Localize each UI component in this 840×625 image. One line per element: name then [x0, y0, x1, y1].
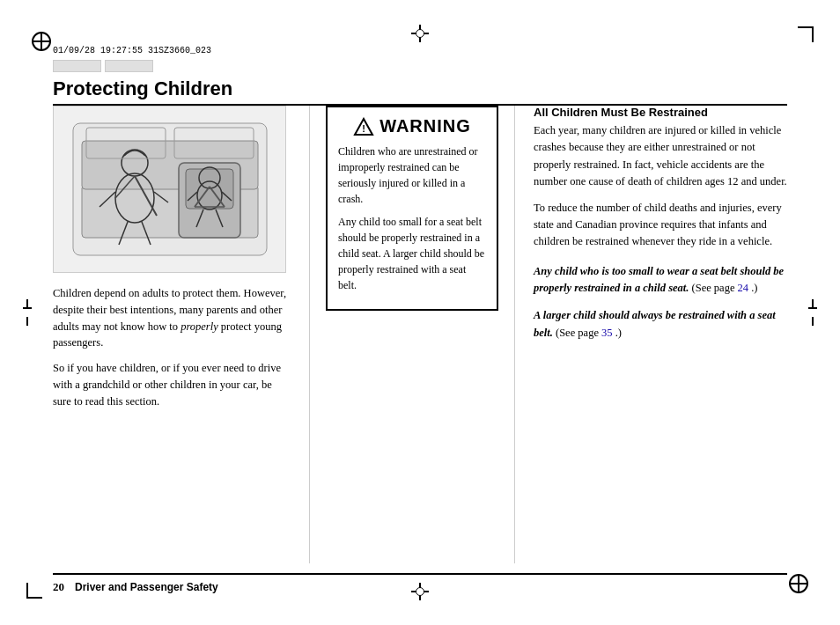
corner-mark-top-right: [798, 26, 814, 42]
meta-timestamp: 01/09/28 19:27:55 31SZ3660_023: [53, 46, 211, 55]
right-para-2: To reduce the number of child deaths and…: [534, 200, 787, 251]
page-title-area: Protecting Children: [53, 77, 787, 106]
page-title: Protecting Children: [53, 77, 232, 99]
footer-section-title: Driver and Passenger Safety: [75, 581, 218, 593]
warning-para-2: Any child too small for a seat belt shou…: [338, 214, 486, 293]
illustration-box: [53, 106, 286, 273]
callout-2-close: .): [615, 327, 622, 339]
column-divider-left: [309, 106, 310, 563]
color-bar-1: [53, 60, 101, 72]
middle-column: ! WARNING Children who are unrestrained …: [315, 106, 509, 563]
warning-text-block: Children who are unrestrained or imprope…: [338, 143, 486, 293]
callout-2-link[interactable]: 35: [601, 327, 613, 339]
warning-box: ! WARNING Children who are unrestrained …: [326, 106, 498, 311]
column-divider-right: [514, 106, 515, 563]
callout-2-see: (See page: [556, 327, 599, 339]
registration-mark-top-left: [32, 32, 51, 51]
callout-1-see: (See page: [692, 282, 735, 294]
right-column: All Children Must Be Restrained Each yea…: [520, 106, 787, 563]
callout-1: Any child who is too small to wear a sea…: [534, 263, 787, 298]
left-column: Children depend on adults to protect the…: [53, 106, 304, 563]
registration-mark-bottom-right: [789, 574, 808, 593]
right-section-title: All Children Must Be Restrained: [534, 106, 787, 119]
callout-1-link[interactable]: 24: [738, 282, 749, 294]
callout-1-close: .): [751, 282, 757, 294]
crosshair-top: [411, 25, 429, 42]
right-para-1: Each year, many children are injured or …: [534, 122, 787, 191]
footer-page-number: 20: [53, 580, 64, 594]
car-seat-illustration: [64, 114, 276, 264]
crosshair-left: [26, 299, 28, 326]
svg-text:!: !: [362, 123, 365, 134]
callout-2: A larger child should always be restrain…: [534, 307, 787, 342]
warning-header: ! WARNING: [338, 116, 486, 136]
color-bar-2: [105, 60, 153, 72]
corner-mark-bottom-left: [26, 583, 42, 599]
left-para-1: Children depend on adults to protect the…: [53, 285, 291, 351]
warning-para-1: Children who are unrestrained or imprope…: [338, 143, 486, 207]
color-bars: [53, 60, 153, 72]
warning-title: WARNING: [379, 116, 471, 136]
left-para-2: So if you have children, or if you ever …: [53, 360, 291, 409]
footer: 20 Driver and Passenger Safety: [53, 573, 787, 594]
italic-word: properly: [181, 320, 218, 333]
warning-triangle-icon: !: [353, 117, 374, 136]
left-text-block: Children depend on adults to protect the…: [53, 285, 291, 409]
crosshair-right: [812, 299, 814, 326]
main-content: Children depend on adults to protect the…: [53, 106, 787, 563]
